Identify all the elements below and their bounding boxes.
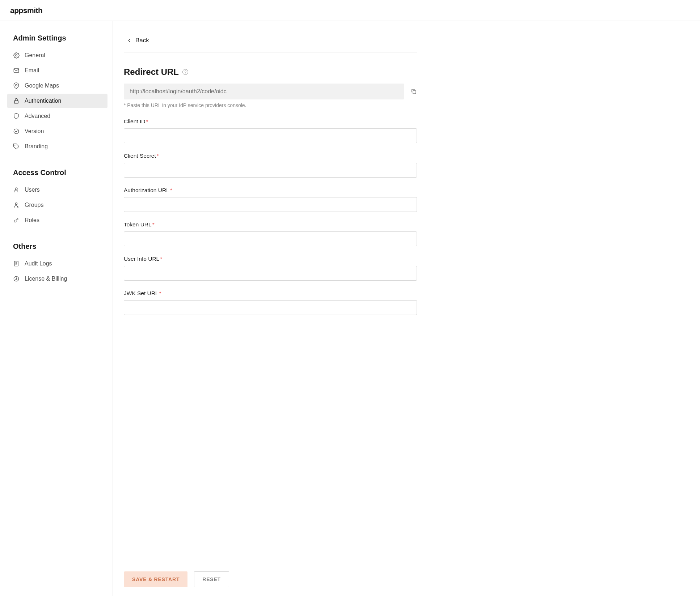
sidebar-item-label: Branding <box>25 143 48 150</box>
svg-point-0 <box>16 55 17 56</box>
users-icon <box>13 202 20 208</box>
copy-icon[interactable] <box>410 88 417 95</box>
jwk-set-url-label: JWK Set URL* <box>124 290 417 297</box>
main-content: Back Redirect URL ? * Paste this URL in … <box>113 21 428 596</box>
sidebar-item-label: Roles <box>25 217 39 224</box>
svg-point-5 <box>15 145 16 146</box>
redirect-url-title: Redirect URL <box>124 67 179 77</box>
sidebar-item-version[interactable]: Version <box>7 124 107 139</box>
sidebar-item-general[interactable]: General <box>7 48 107 63</box>
sidebar-item-label: Audit Logs <box>25 260 52 267</box>
required-marker: * <box>146 118 148 124</box>
sidebar-item-audit-logs[interactable]: Audit Logs <box>7 256 107 271</box>
svg-rect-14 <box>413 91 416 94</box>
sidebar-item-authentication[interactable]: Authentication <box>7 94 107 108</box>
mail-icon <box>13 67 20 74</box>
required-marker: * <box>152 221 155 227</box>
form-group: User Info URL* <box>124 256 417 281</box>
reset-button[interactable]: RESET <box>194 571 229 587</box>
sidebar: Admin SettingsGeneralEmailGoogle MapsAut… <box>0 21 113 596</box>
svg-rect-3 <box>14 101 18 103</box>
sidebar-item-label: General <box>25 52 45 59</box>
chevron-left-icon <box>127 38 132 43</box>
logo-underscore: _ <box>42 6 46 14</box>
sidebar-item-branding[interactable]: Branding <box>7 139 107 154</box>
token-url-label: Token URL* <box>124 221 417 228</box>
form-group: Client Secret* <box>124 153 417 178</box>
sidebar-item-groups[interactable]: Groups <box>7 198 107 212</box>
required-marker: * <box>170 187 172 193</box>
back-label: Back <box>135 37 149 44</box>
sidebar-item-label: Version <box>25 128 44 135</box>
lock-icon <box>13 98 20 104</box>
sidebar-heading: Others <box>7 242 107 256</box>
svg-point-2 <box>16 84 17 86</box>
svg-rect-1 <box>14 69 19 73</box>
logo-text: appsmith <box>10 6 42 14</box>
app-logo[interactable]: appsmith_ <box>10 6 47 15</box>
map-pin-icon <box>13 82 20 89</box>
sidebar-item-roles[interactable]: Roles <box>7 213 107 227</box>
authorization-url-label: Authorization URL* <box>124 187 417 193</box>
sidebar-item-google-maps[interactable]: Google Maps <box>7 78 107 93</box>
sidebar-item-label: Email <box>25 67 39 74</box>
jwk-set-url-input[interactable] <box>124 300 417 315</box>
app-header: appsmith_ <box>0 0 700 21</box>
sidebar-item-label: License & Billing <box>25 276 67 282</box>
redirect-hint: * Paste this URL in your IdP service pro… <box>124 102 417 108</box>
svg-point-8 <box>14 220 16 222</box>
sidebar-item-label: Users <box>25 187 40 193</box>
shield-icon <box>13 113 20 119</box>
form-group: Client ID* <box>124 118 417 143</box>
form-group: JWK Set URL* <box>124 290 417 315</box>
svg-point-6 <box>15 188 17 190</box>
dollar-icon <box>13 276 20 282</box>
sidebar-divider <box>13 235 102 235</box>
svg-point-4 <box>14 129 19 134</box>
gear-icon <box>13 52 20 59</box>
svg-point-7 <box>15 203 17 205</box>
back-button[interactable]: Back <box>127 35 149 46</box>
sidebar-item-label: Google Maps <box>25 82 59 89</box>
file-icon <box>13 260 20 267</box>
sidebar-item-email[interactable]: Email <box>7 63 107 78</box>
tag-icon <box>13 143 20 150</box>
user-info-url-input[interactable] <box>124 266 417 281</box>
user-info-url-label: User Info URL* <box>124 256 417 262</box>
sidebar-divider <box>13 161 102 161</box>
form-fields: Client ID*Client Secret*Authorization UR… <box>124 118 417 315</box>
sidebar-item-label: Advanced <box>25 113 50 119</box>
check-circle-icon <box>13 128 20 135</box>
client-id-input[interactable] <box>124 128 417 143</box>
form-group: Authorization URL* <box>124 187 417 212</box>
key-icon <box>13 217 20 224</box>
save-restart-button[interactable]: SAVE & RESTART <box>124 571 187 587</box>
form-group: Token URL* <box>124 221 417 246</box>
footer-actions: SAVE & RESTART RESET <box>113 562 700 596</box>
user-icon <box>13 187 20 193</box>
token-url-input[interactable] <box>124 231 417 246</box>
sidebar-item-users[interactable]: Users <box>7 183 107 197</box>
sidebar-item-label: Groups <box>25 202 43 208</box>
required-marker: * <box>160 256 162 262</box>
sidebar-item-label: Authentication <box>25 98 61 104</box>
sidebar-item-license-billing[interactable]: License & Billing <box>7 272 107 286</box>
help-icon[interactable]: ? <box>182 69 188 75</box>
redirect-url-field[interactable] <box>124 84 404 99</box>
divider <box>124 52 417 52</box>
authorization-url-input[interactable] <box>124 197 417 212</box>
required-marker: * <box>159 290 161 296</box>
client-secret-input[interactable] <box>124 163 417 178</box>
sidebar-item-advanced[interactable]: Advanced <box>7 109 107 123</box>
required-marker: * <box>157 153 159 159</box>
sidebar-heading: Admin Settings <box>7 34 107 48</box>
client-secret-label: Client Secret* <box>124 153 417 159</box>
client-id-label: Client ID* <box>124 118 417 125</box>
sidebar-heading: Access Control <box>7 169 107 183</box>
